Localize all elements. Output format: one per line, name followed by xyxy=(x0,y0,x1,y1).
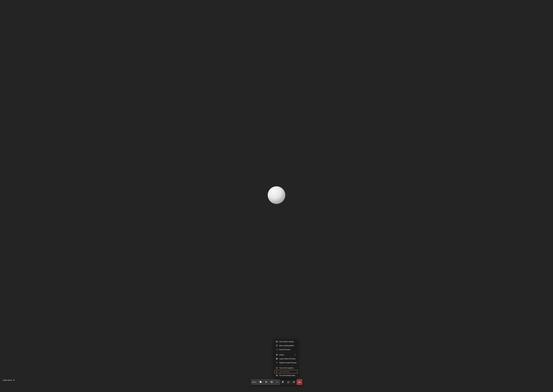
menu-item-together-mode[interactable]: Together mode (Preview) xyxy=(274,361,298,365)
svg-point-16 xyxy=(277,362,277,363)
video-off-icon xyxy=(276,374,278,376)
hang-up-icon xyxy=(298,381,301,384)
svg-rect-26 xyxy=(266,381,266,382)
hang-up-button[interactable] xyxy=(297,379,302,385)
menu-item-label: Gallery xyxy=(279,354,293,356)
svg-point-31 xyxy=(278,382,278,382)
record-icon xyxy=(276,371,278,373)
menu-item-label: Enter full screen xyxy=(279,349,296,350)
svg-point-18 xyxy=(277,363,277,363)
cc-icon xyxy=(276,367,278,369)
grid-2x2-icon xyxy=(276,354,278,356)
menu-item-meeting-details[interactable]: Show meeting details xyxy=(274,344,298,348)
svg-rect-20 xyxy=(276,367,278,369)
svg-point-30 xyxy=(277,382,278,382)
menu-item-live-captions[interactable]: Turn on live captions xyxy=(274,366,298,370)
people-icon xyxy=(293,381,295,384)
menu-item-gallery[interactable]: Gallery xyxy=(274,353,298,357)
check-icon xyxy=(294,354,296,356)
share-tray-icon xyxy=(271,381,273,384)
svg-rect-9 xyxy=(276,358,278,359)
together-icon xyxy=(276,362,278,364)
menu-divider xyxy=(274,365,298,365)
call-duration: 06:11 xyxy=(251,379,258,385)
participants-button[interactable] xyxy=(291,379,297,385)
participant-name: Isabel Semer xyxy=(3,379,12,381)
menu-item-label: Start recording xyxy=(279,371,296,372)
svg-point-22 xyxy=(277,371,277,372)
menu-item-label: Turn off incoming video xyxy=(279,375,296,376)
participant-label: Isabel Semer xyxy=(3,379,14,381)
menu-item-label: Show meeting details xyxy=(279,345,296,346)
video-off-icon xyxy=(259,381,262,384)
svg-point-29 xyxy=(276,382,277,382)
microphone-icon xyxy=(265,381,267,384)
menu-item-label: Turn on live captions xyxy=(279,367,296,369)
svg-point-32 xyxy=(293,381,294,382)
call-toolbar: 06:11 xyxy=(251,379,302,385)
menu-item-label: Show device settings xyxy=(279,341,296,343)
info-icon xyxy=(276,345,278,347)
share-screen-button[interactable] xyxy=(269,379,274,385)
menu-item-fullscreen[interactable]: Enter full screen xyxy=(274,348,298,351)
gear-icon xyxy=(276,341,278,343)
menu-item-label: Together mode (Preview) xyxy=(279,362,296,364)
participant-avatar xyxy=(268,186,285,204)
grid-3x3-icon xyxy=(276,358,278,360)
svg-point-19 xyxy=(277,363,277,363)
fullscreen-icon xyxy=(276,349,278,350)
svg-point-2 xyxy=(277,341,277,342)
more-actions-button[interactable] xyxy=(274,379,280,385)
microphone-toggle-button[interactable] xyxy=(263,379,269,385)
menu-item-turn-off-incoming-video[interactable]: Turn off incoming video xyxy=(274,373,298,378)
raise-hand-button[interactable] xyxy=(280,379,286,385)
menu-item-label: Large Gallery (Preview) xyxy=(279,358,296,360)
menu-item-device-settings[interactable]: Show device settings xyxy=(274,340,298,344)
muted-mic-icon xyxy=(13,379,14,381)
more-icon xyxy=(276,381,279,384)
chat-button[interactable] xyxy=(286,379,291,385)
camera-toggle-button[interactable] xyxy=(258,379,263,385)
chat-icon xyxy=(287,381,290,384)
svg-point-15 xyxy=(277,362,277,363)
more-actions-menu: Show device settings Show meeting detail… xyxy=(274,339,298,378)
hand-icon xyxy=(282,381,284,384)
menu-item-large-gallery[interactable]: Large Gallery (Preview) xyxy=(274,357,298,361)
menu-item-start-recording[interactable]: Start recording xyxy=(274,370,297,373)
svg-point-33 xyxy=(294,381,295,382)
